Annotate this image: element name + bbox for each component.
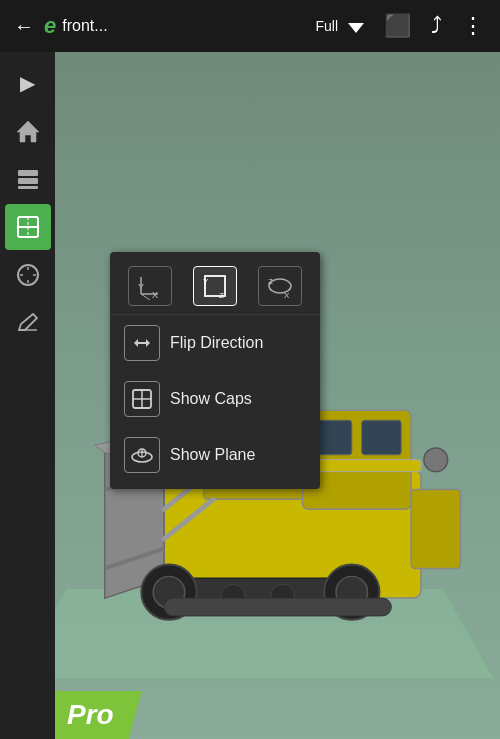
- show-plane-label: Show Plane: [170, 446, 255, 464]
- sidebar: ▶: [0, 52, 55, 739]
- yz-axis-icon: Y Z: [201, 272, 229, 300]
- view-mode-label: Full: [315, 18, 338, 34]
- top-bar: ← e front... Full ⬛ ⤴ ⋮: [0, 0, 500, 52]
- svg-text:Z: Z: [268, 277, 273, 286]
- sidebar-play-button[interactable]: ▶: [5, 60, 51, 106]
- flip-direction-icon: [130, 331, 154, 355]
- svg-rect-1: [18, 170, 38, 176]
- svg-text:X: X: [284, 291, 290, 300]
- main-area: ▶: [0, 52, 500, 739]
- svg-rect-30: [164, 598, 391, 616]
- sidebar-measure-button[interactable]: [5, 252, 51, 298]
- show-plane-icon: [130, 443, 154, 467]
- section-icon: [15, 214, 41, 240]
- flip-direction-item[interactable]: Flip Direction: [110, 315, 320, 371]
- show-caps-icon-box: [124, 381, 160, 417]
- show-caps-item[interactable]: Show Caps: [110, 371, 320, 427]
- flip-direction-label: Flip Direction: [170, 334, 263, 352]
- pro-label: Pro: [67, 699, 114, 730]
- svg-rect-3: [18, 186, 38, 189]
- svg-rect-2: [18, 178, 38, 184]
- svg-text:Z: Z: [219, 291, 224, 300]
- play-icon: ▶: [20, 71, 35, 95]
- xy-axis-icon: Y X: [136, 272, 164, 300]
- export-button[interactable]: ⬛: [376, 9, 419, 43]
- sidebar-home-button[interactable]: [5, 108, 51, 154]
- dropdown-triangle-icon: [348, 23, 364, 33]
- svg-text:X: X: [152, 290, 158, 300]
- svg-text:Y: Y: [203, 277, 209, 286]
- document-title: front...: [62, 17, 311, 35]
- svg-rect-33: [411, 489, 460, 568]
- show-caps-label: Show Caps: [170, 390, 252, 408]
- back-button[interactable]: ←: [8, 11, 40, 42]
- edit-icon: [15, 310, 41, 336]
- show-caps-icon: [130, 387, 154, 411]
- sidebar-section-button[interactable]: [5, 204, 51, 250]
- xz-axis-icon: Z X: [266, 272, 294, 300]
- dropdown-menu: Y X Y Z: [110, 252, 320, 489]
- more-options-button[interactable]: ⋮: [454, 9, 492, 43]
- sidebar-edit-button[interactable]: [5, 300, 51, 346]
- sidebar-layers-button[interactable]: [5, 156, 51, 202]
- axis-selector-row: Y X Y Z: [110, 258, 320, 315]
- xy-axis-button[interactable]: Y X: [128, 266, 172, 306]
- svg-marker-0: [17, 121, 39, 142]
- show-plane-icon-box: [124, 437, 160, 473]
- svg-rect-16: [362, 420, 402, 455]
- flip-direction-icon-box: [124, 325, 160, 361]
- layers-icon: [15, 166, 41, 192]
- svg-point-34: [424, 448, 448, 472]
- home-icon: [15, 118, 41, 144]
- yz-axis-button[interactable]: Y Z: [193, 266, 237, 306]
- xz-axis-button[interactable]: Z X: [258, 266, 302, 306]
- svg-line-40: [141, 294, 150, 300]
- share-button[interactable]: ⤴: [423, 9, 450, 43]
- measure-icon: [15, 262, 41, 288]
- pro-badge: Pro: [55, 691, 142, 739]
- viewport[interactable]: Y X Y Z: [55, 52, 500, 739]
- show-plane-item[interactable]: Show Plane: [110, 427, 320, 483]
- app-logo: e: [44, 13, 56, 39]
